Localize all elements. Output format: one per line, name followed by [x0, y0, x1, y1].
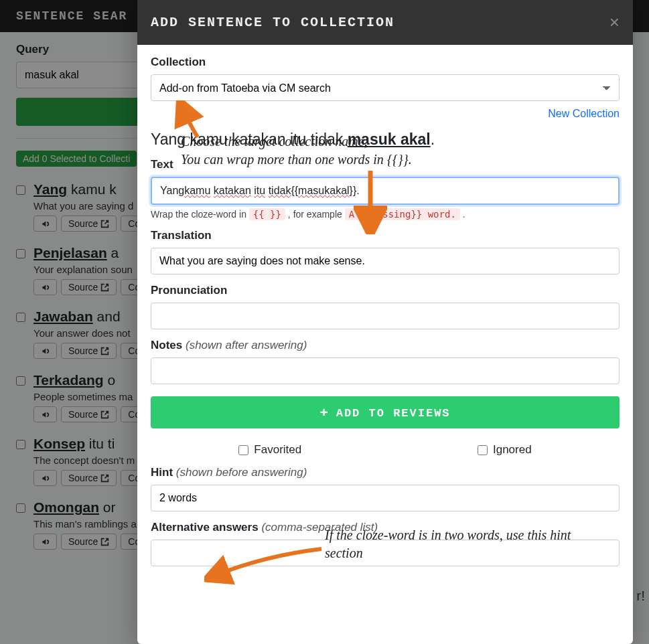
- notes-label: Notes (shown after answering): [151, 339, 620, 352]
- collection-select[interactable]: Add-on from Tatoeba via CM search: [151, 74, 620, 101]
- add-sentence-modal: Add Sentence To Collection × Collection …: [137, 0, 633, 644]
- truncated-text-r: r!: [636, 588, 645, 604]
- ignored-checkbox[interactable]: Ignored: [478, 443, 532, 457]
- text-input[interactable]: Yang kamu katakan itu tidak {{ masuk aka…: [151, 177, 620, 205]
- pronunciation-input[interactable]: [151, 303, 620, 329]
- hint-input[interactable]: [151, 485, 620, 511]
- add-to-reviews-button[interactable]: +Add to reviews: [151, 396, 620, 428]
- close-icon[interactable]: ×: [609, 12, 620, 33]
- text-helper: Wrap the cloze-word in {{ }} , for examp…: [151, 209, 620, 220]
- sentence-preview: Yang kamu katakan itu tidak masuk akal.: [151, 131, 620, 149]
- translation-label: Translation: [151, 229, 620, 242]
- collection-label: Collection: [151, 56, 620, 69]
- notes-input[interactable]: [151, 357, 620, 384]
- pronunciation-label: Pronunciation: [151, 284, 620, 297]
- hint-label: Hint (shown before answering): [151, 466, 620, 479]
- plus-icon: +: [319, 404, 329, 420]
- text-label: Text: [151, 158, 620, 171]
- new-collection-link[interactable]: New Collection: [548, 108, 620, 119]
- translation-input[interactable]: [151, 248, 620, 274]
- alt-answers-label: Alternative answers (comma-separated lis…: [151, 521, 620, 534]
- modal-title: Add Sentence To Collection: [151, 15, 394, 30]
- favorited-checkbox[interactable]: Favorited: [238, 443, 301, 457]
- alt-answers-input[interactable]: [151, 540, 620, 566]
